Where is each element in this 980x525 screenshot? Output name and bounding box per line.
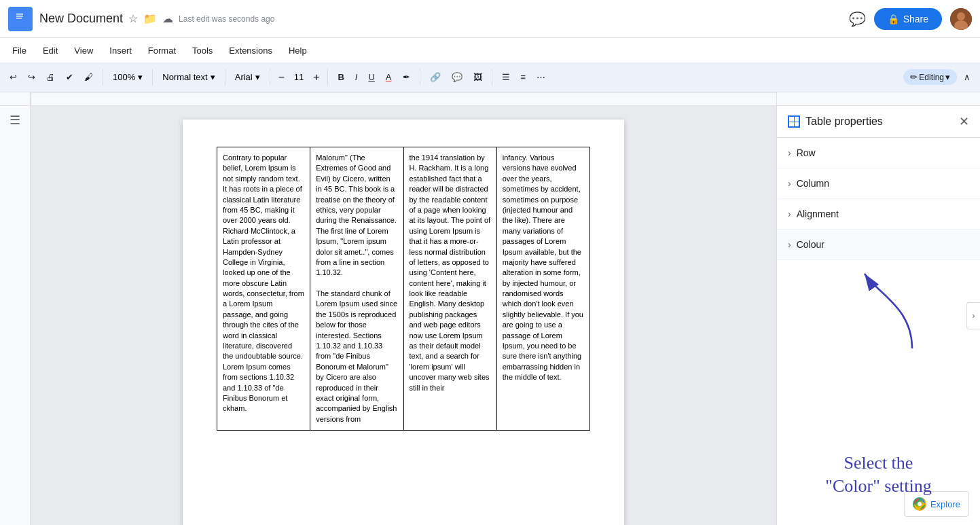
paint-format-button[interactable]: 🖌	[80, 69, 97, 85]
title-right-actions: 💬 🔒 Share	[849, 8, 972, 30]
svg-point-12	[918, 502, 922, 506]
menu-file[interactable]: File	[5, 43, 33, 58]
print-button[interactable]: 🖨	[42, 69, 59, 85]
alignment-label: Alignment	[797, 209, 839, 219]
zoom-value: 100%	[113, 72, 135, 82]
panel-section-column[interactable]: › Column	[777, 168, 980, 199]
editing-label: Editing	[919, 73, 944, 82]
doc-title[interactable]: New Document	[39, 12, 123, 26]
menu-insert[interactable]: Insert	[103, 43, 139, 58]
editing-mode-button[interactable]: ✏ Editing ▾	[903, 69, 957, 85]
alignment-chevron-icon: ›	[788, 209, 791, 219]
main-area: ☰ Contrary to popular belief, Lorem Ipsu…	[0, 106, 980, 525]
bold-button[interactable]: B	[333, 69, 348, 85]
star-icon[interactable]: ☆	[128, 12, 138, 25]
table-cell-3[interactable]: the 1914 translation by H. Rackham. It i…	[403, 147, 496, 431]
toolbar-separator-1	[103, 69, 103, 86]
toolbar-separator-6	[420, 69, 420, 86]
italic-button[interactable]: I	[351, 69, 362, 85]
document-page: Contrary to popular belief, Lorem Ipsum …	[183, 120, 624, 525]
ruler	[31, 92, 776, 105]
link-button[interactable]: 🔗	[426, 69, 445, 85]
more-options-button[interactable]: ⋯	[532, 69, 549, 85]
table-cell-1[interactable]: Contrary to popular belief, Lorem Ipsum …	[217, 147, 310, 431]
zoom-arrow: ▾	[138, 72, 143, 82]
font-value: Arial	[235, 72, 253, 82]
font-size-decrease[interactable]: −	[276, 70, 287, 85]
folder-icon[interactable]: 📁	[143, 12, 157, 25]
font-size-increase[interactable]: +	[310, 70, 322, 85]
table-cell-4[interactable]: infancy. Various versions have evolved o…	[496, 147, 589, 431]
svg-rect-3	[16, 16, 23, 17]
table-row: Contrary to popular belief, Lorem Ipsum …	[217, 147, 590, 431]
content-table[interactable]: Contrary to popular belief, Lorem Ipsum …	[217, 147, 590, 431]
svg-rect-2	[16, 14, 23, 15]
annotation-arrow	[858, 267, 939, 355]
lock-icon: 🔒	[888, 14, 899, 24]
document-scroll-area[interactable]: Contrary to popular belief, Lorem Ipsum …	[31, 106, 776, 525]
ruler-right-spacer	[776, 92, 980, 105]
text-style-select[interactable]: Normal text ▾	[158, 69, 219, 85]
text-style-value: Normal text	[162, 72, 207, 82]
menu-extensions[interactable]: Extensions	[222, 43, 279, 58]
toolbar-right: ✏ Editing ▾ ∧	[903, 69, 975, 85]
redo-button[interactable]: ↪	[24, 69, 39, 85]
edit-icon: ✏	[910, 72, 918, 82]
text-style-arrow: ▾	[211, 72, 215, 82]
panel-close-button[interactable]: ✕	[959, 114, 969, 129]
undo-button[interactable]: ↩	[5, 69, 21, 85]
menu-edit[interactable]: Edit	[36, 43, 65, 58]
annotation-text: Select the "Color" setting	[825, 452, 931, 498]
toolbar: ↩ ↪ 🖨 ✔ 🖌 100% ▾ Normal text ▾ Arial ▾ −…	[0, 62, 980, 92]
ruler-row	[0, 92, 980, 106]
line-spacing-button[interactable]: ☰	[498, 69, 514, 85]
list-options-button[interactable]: ≡	[517, 69, 530, 85]
chat-icon[interactable]: 💬	[849, 11, 866, 27]
svg-rect-4	[16, 18, 22, 19]
column-chevron-icon: ›	[788, 178, 791, 189]
title-bar: New Document ☆ 📁 ☁ Last edit was seconds…	[0, 0, 980, 38]
toolbar-separator-2	[152, 69, 153, 86]
panel-title-text: Table properties	[805, 115, 883, 128]
menu-view[interactable]: View	[67, 43, 100, 58]
svg-rect-8	[31, 92, 776, 105]
cloud-icon[interactable]: ☁	[162, 12, 173, 25]
toolbar-separator-3	[225, 69, 225, 86]
collapse-toolbar-button[interactable]: ∧	[960, 69, 975, 85]
image-button[interactable]: 🖼	[469, 69, 486, 85]
font-select[interactable]: Arial ▾	[231, 69, 264, 85]
document-section-icon[interactable]: ☰	[10, 113, 20, 128]
menu-help[interactable]: Help	[282, 43, 314, 58]
panel-section-colour[interactable]: › Colour	[777, 230, 980, 260]
menu-tools[interactable]: Tools	[185, 43, 219, 58]
ruler-left-spacer	[0, 92, 31, 105]
toolbar-separator-7	[492, 69, 492, 86]
text-color-button[interactable]: A	[382, 69, 396, 85]
table-properties-panel: Table properties ✕ › Row › Column › Alig…	[776, 106, 980, 525]
font-size-controls: − 11 +	[276, 70, 323, 85]
panel-section-alignment[interactable]: › Alignment	[777, 199, 980, 230]
colour-label: Colour	[797, 239, 824, 250]
font-arrow: ▾	[255, 72, 260, 82]
editing-arrow: ▾	[945, 72, 950, 82]
comment-button[interactable]: 💬	[448, 69, 467, 85]
table-cell-2[interactable]: Malorum" (The Extremes of Good and Evil)…	[310, 147, 403, 431]
highlight-button[interactable]: ✒	[399, 69, 414, 85]
title-icons: ☆ 📁 ☁	[128, 12, 173, 25]
toolbar-separator-5	[327, 69, 328, 86]
table-icon	[788, 115, 800, 128]
share-button[interactable]: 🔒 Share	[874, 8, 942, 30]
panel-header: Table properties ✕	[777, 106, 980, 138]
zoom-select[interactable]: 100% ▾	[109, 69, 147, 85]
panel-collapse-button[interactable]: ›	[966, 302, 980, 329]
underline-button[interactable]: U	[364, 69, 378, 85]
menu-format[interactable]: Format	[141, 43, 183, 58]
pen-icon: ✒	[403, 72, 410, 82]
left-margin: ☰	[0, 106, 31, 525]
font-size-value[interactable]: 11	[289, 70, 309, 84]
panel-section-row[interactable]: › Row	[777, 138, 980, 168]
avatar[interactable]	[950, 8, 972, 30]
spellcheck-button[interactable]: ✔	[62, 69, 77, 85]
column-label: Column	[797, 178, 829, 189]
last-edit-status: Last edit was seconds ago	[179, 14, 274, 24]
